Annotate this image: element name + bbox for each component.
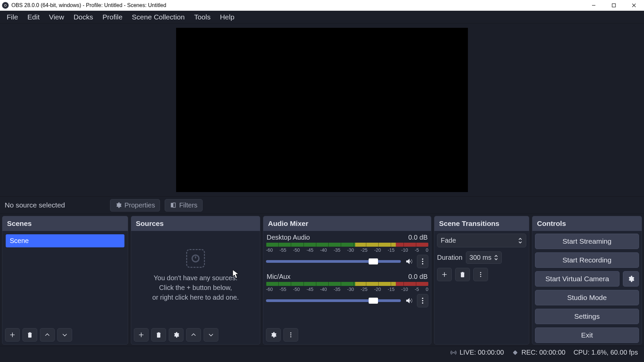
svg-point-16 [480,274,481,275]
sources-empty-line3: or right click here to add one. [152,293,239,302]
sources-add-button[interactable] [134,328,149,342]
scenes-title[interactable]: Scenes [2,216,128,231]
controls-title[interactable]: Controls [532,216,642,231]
source-status-label: No source selected [5,201,105,209]
svg-point-12 [290,333,291,334]
channel-menu-button[interactable] [417,294,428,307]
duration-spinner[interactable]: 300 ms [466,251,502,264]
sources-placeholder-icon [186,249,205,268]
controls-dock: Controls Start Streaming Start Recording… [532,216,642,345]
sources-empty-line1: You don't have any sources. [154,273,237,283]
scene-item[interactable]: Scene [6,234,124,247]
menu-edit[interactable]: Edit [23,11,44,23]
transition-menu-button[interactable] [473,268,488,281]
sources-move-up-button[interactable] [186,328,201,342]
channel-mute-button[interactable] [404,296,414,305]
window-maximize-button[interactable] [604,0,624,11]
channel-menu-button[interactable] [417,255,428,268]
scenes-move-up-button[interactable] [40,328,55,342]
start-streaming-button[interactable]: Start Streaming [535,234,639,249]
exit-button[interactable]: Exit [535,327,639,343]
status-live: LIVE: 00:00:00 [450,349,504,356]
svg-point-9 [422,298,423,299]
channel-meter [266,282,428,286]
obs-logo-icon [2,2,9,9]
scenes-add-button[interactable] [5,328,20,342]
properties-button[interactable]: Properties [110,199,160,212]
mixer-advanced-button[interactable] [266,328,281,342]
channel-volume-slider[interactable] [266,260,401,263]
sources-remove-button[interactable] [151,328,166,342]
svg-point-13 [290,334,291,335]
channel-db: 0.0 dB [408,273,428,281]
sources-empty-line2: Click the + button below, [159,283,232,293]
status-rec: REC: 00:00:00 [512,349,565,356]
channel-meter [266,243,428,247]
menubar: File Edit View Docks Profile Scene Colle… [0,11,644,23]
transitions-title[interactable]: Scene Transitions [434,216,529,231]
channel-scale: -60-55-50-45-40-35-30-25-20-15-10-50 [266,287,428,292]
svg-point-10 [422,300,423,301]
mixer-channel: Desktop Audio0.0 dB-60-55-50-45-40-35-30… [266,234,428,268]
menu-docks[interactable]: Docks [69,11,98,23]
channel-name: Desktop Audio [267,234,310,241]
titlebar-text: OBS 28.0.0 (64-bit, windows) - Profile: … [11,2,166,8]
menu-help[interactable]: Help [215,11,239,23]
transition-selected-label: Fade [441,237,456,244]
spinner-arrows-icon[interactable] [494,255,498,260]
mixer-title[interactable]: Audio Mixer [263,216,431,231]
svg-point-11 [422,302,423,304]
sources-move-down-button[interactable] [204,328,218,342]
studio-mode-button[interactable]: Studio Mode [535,290,639,305]
window-minimize-button[interactable] [584,0,604,11]
statusbar: LIVE: 00:00:00 REC: 00:00:00 CPU: 1.6%, … [0,346,644,359]
scenes-remove-button[interactable] [22,328,37,342]
transition-add-button[interactable] [437,268,452,281]
settings-button[interactable]: Settings [535,309,639,324]
svg-rect-3 [171,203,173,207]
svg-rect-2 [612,4,615,7]
svg-point-7 [422,261,423,262]
window-close-button[interactable] [624,0,644,11]
sources-empty-state: You don't have any sources. Click the + … [134,234,257,323]
filters-button[interactable]: Filters [165,199,202,212]
menu-view[interactable]: View [44,11,69,23]
start-virtual-camera-button[interactable]: Start Virtual Camera [535,271,620,287]
properties-label: Properties [124,201,155,209]
virtual-camera-settings-button[interactable] [623,271,639,287]
sources-dock: Sources You don't have any sources. Clic… [131,216,260,345]
menu-tools[interactable]: Tools [190,11,215,23]
mixer-menu-button[interactable] [283,328,298,342]
sources-properties-button[interactable] [169,328,183,342]
scenes-list[interactable]: Scene [2,231,128,325]
menu-profile[interactable]: Profile [98,11,127,23]
sources-list[interactable]: You don't have any sources. Click the + … [131,231,260,325]
transition-remove-button[interactable] [455,268,470,281]
status-cpu-label: CPU: 1.6%, 60.00 fps [574,349,638,356]
preview-area[interactable] [0,23,644,196]
sources-title[interactable]: Sources [131,216,260,231]
transition-select[interactable]: Fade [437,234,526,247]
stop-icon [512,349,519,356]
updown-icon [518,237,523,244]
svg-rect-19 [513,350,518,355]
svg-point-18 [453,352,454,353]
svg-point-6 [422,258,423,260]
channel-mute-button[interactable] [404,257,414,266]
preview-canvas[interactable] [176,28,468,192]
menu-file[interactable]: File [2,11,23,23]
svg-rect-4 [173,203,175,207]
menu-scene-collection[interactable]: Scene Collection [127,11,190,23]
start-recording-button[interactable]: Start Recording [535,252,639,268]
status-live-label: LIVE: 00:00:00 [460,349,504,356]
duration-label: Duration [437,254,463,261]
duration-value: 300 ms [470,254,492,261]
scenes-move-down-button[interactable] [57,328,72,342]
filters-label: Filters [179,201,197,209]
channel-name: Mic/Aux [267,273,290,281]
audio-mixer-dock: Audio Mixer Desktop Audio0.0 dB-60-55-50… [263,216,431,345]
channel-volume-slider[interactable] [266,299,401,302]
svg-point-17 [480,276,481,277]
svg-point-15 [480,272,481,273]
channel-scale: -60-55-50-45-40-35-30-25-20-15-10-50 [266,247,428,253]
